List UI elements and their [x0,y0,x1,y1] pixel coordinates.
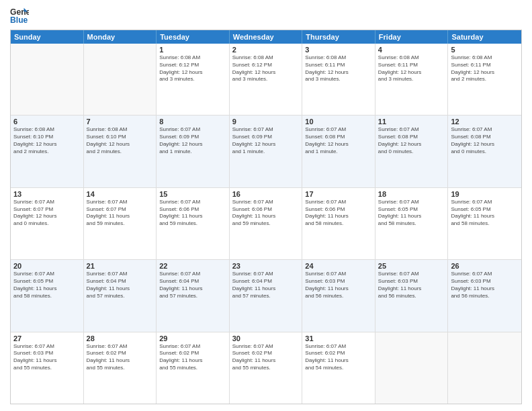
calendar-week-3: 13Sunrise: 6:07 AM Sunset: 6:07 PM Dayli… [11,187,521,259]
cell-day-number: 14 [87,190,154,198]
cell-info: Sunrise: 6:08 AM Sunset: 6:11 PM Dayligh… [378,54,445,83]
cell-info: Sunrise: 6:07 AM Sunset: 6:09 PM Dayligh… [232,126,300,155]
cell-info: Sunrise: 6:07 AM Sunset: 6:05 PM Dayligh… [451,199,519,228]
cell-day-number: 19 [451,190,519,198]
cell-day-number: 8 [159,118,226,126]
table-row: 17Sunrise: 6:07 AM Sunset: 6:06 PM Dayli… [302,188,375,259]
table-row: 18Sunrise: 6:07 AM Sunset: 6:05 PM Dayli… [375,188,449,259]
cell-info: Sunrise: 6:07 AM Sunset: 6:06 PM Dayligh… [305,199,372,228]
logo-icon: General Blue [10,7,29,26]
cell-day-number: 11 [378,118,445,126]
header-day-sunday: Sunday [11,30,84,44]
cell-day-number: 26 [451,262,519,270]
calendar-week-4: 20Sunrise: 6:07 AM Sunset: 6:05 PM Dayli… [11,259,521,331]
table-row: 8Sunrise: 6:07 AM Sunset: 6:09 PM Daylig… [157,116,230,187]
header-day-wednesday: Wednesday [230,30,303,44]
table-row: 1Sunrise: 6:08 AM Sunset: 6:12 PM Daylig… [157,44,230,115]
cell-day-number: 28 [87,334,154,342]
cell-info: Sunrise: 6:07 AM Sunset: 6:02 PM Dayligh… [159,343,226,372]
cell-day-number: 24 [305,262,372,270]
table-row: 23Sunrise: 6:07 AM Sunset: 6:04 PM Dayli… [230,260,303,331]
cell-day-number: 12 [451,118,519,126]
cell-info: Sunrise: 6:07 AM Sunset: 6:02 PM Dayligh… [87,343,154,372]
table-row: 29Sunrise: 6:07 AM Sunset: 6:02 PM Dayli… [157,332,230,404]
cell-day-number: 3 [305,46,372,54]
cell-info: Sunrise: 6:07 AM Sunset: 6:02 PM Dayligh… [232,343,300,372]
table-row: 19Sunrise: 6:07 AM Sunset: 6:05 PM Dayli… [448,188,521,259]
table-row: 15Sunrise: 6:07 AM Sunset: 6:06 PM Dayli… [157,188,230,259]
cell-info: Sunrise: 6:07 AM Sunset: 6:06 PM Dayligh… [159,199,226,228]
cell-day-number: 21 [87,262,154,270]
header-day-friday: Friday [375,30,449,44]
table-row: 10Sunrise: 6:07 AM Sunset: 6:08 PM Dayli… [302,116,375,187]
cell-day-number: 31 [305,334,372,342]
table-row: 5Sunrise: 6:08 AM Sunset: 6:11 PM Daylig… [448,44,521,115]
header-day-tuesday: Tuesday [157,30,230,44]
cell-day-number: 25 [378,262,445,270]
cell-day-number: 18 [378,190,445,198]
table-row: 20Sunrise: 6:07 AM Sunset: 6:05 PM Dayli… [11,260,84,331]
cell-info: Sunrise: 6:07 AM Sunset: 6:05 PM Dayligh… [13,271,81,300]
cell-day-number: 17 [305,190,372,198]
cell-day-number: 30 [232,334,300,342]
table-row: 7Sunrise: 6:08 AM Sunset: 6:10 PM Daylig… [84,116,157,187]
calendar-header: SundayMondayTuesdayWednesdayThursdayFrid… [11,30,521,44]
page: General Blue SundayMondayTuesdayWednesda… [0,0,532,411]
header-day-thursday: Thursday [302,30,375,44]
cell-info: Sunrise: 6:07 AM Sunset: 6:04 PM Dayligh… [159,271,226,300]
cell-day-number: 22 [159,262,226,270]
cell-day-number: 27 [13,334,81,342]
calendar: SundayMondayTuesdayWednesdayThursdayFrid… [10,30,522,404]
cell-day-number: 1 [159,46,226,54]
table-row: 12Sunrise: 6:07 AM Sunset: 6:08 PM Dayli… [448,116,521,187]
cell-info: Sunrise: 6:07 AM Sunset: 6:07 PM Dayligh… [87,199,154,228]
cell-day-number: 23 [232,262,300,270]
table-row: 26Sunrise: 6:07 AM Sunset: 6:03 PM Dayli… [448,260,521,331]
cell-day-number: 6 [13,118,81,126]
cell-info: Sunrise: 6:07 AM Sunset: 6:08 PM Dayligh… [305,126,372,155]
table-row: 16Sunrise: 6:07 AM Sunset: 6:06 PM Dayli… [230,188,303,259]
header: General Blue [10,7,522,26]
table-row: 14Sunrise: 6:07 AM Sunset: 6:07 PM Dayli… [84,188,157,259]
header-day-monday: Monday [84,30,157,44]
table-row: 11Sunrise: 6:07 AM Sunset: 6:08 PM Dayli… [375,116,449,187]
calendar-week-2: 6Sunrise: 6:08 AM Sunset: 6:10 PM Daylig… [11,115,521,187]
calendar-body: 1Sunrise: 6:08 AM Sunset: 6:12 PM Daylig… [11,44,521,404]
cell-info: Sunrise: 6:08 AM Sunset: 6:12 PM Dayligh… [159,54,226,83]
table-row: 3Sunrise: 6:08 AM Sunset: 6:11 PM Daylig… [302,44,375,115]
table-row: 6Sunrise: 6:08 AM Sunset: 6:10 PM Daylig… [11,116,84,187]
table-row [11,44,84,115]
cell-info: Sunrise: 6:07 AM Sunset: 6:05 PM Dayligh… [378,199,445,228]
cell-info: Sunrise: 6:07 AM Sunset: 6:09 PM Dayligh… [159,126,226,155]
table-row [375,332,449,404]
cell-info: Sunrise: 6:07 AM Sunset: 6:07 PM Dayligh… [13,199,81,228]
cell-day-number: 13 [13,190,81,198]
table-row: 31Sunrise: 6:07 AM Sunset: 6:02 PM Dayli… [302,332,375,404]
cell-info: Sunrise: 6:07 AM Sunset: 6:03 PM Dayligh… [13,343,81,372]
cell-info: Sunrise: 6:07 AM Sunset: 6:06 PM Dayligh… [232,199,300,228]
cell-day-number: 16 [232,190,300,198]
cell-info: Sunrise: 6:08 AM Sunset: 6:10 PM Dayligh… [87,126,154,155]
cell-day-number: 5 [451,46,519,54]
cell-info: Sunrise: 6:07 AM Sunset: 6:03 PM Dayligh… [378,271,445,300]
cell-day-number: 20 [13,262,81,270]
cell-day-number: 7 [87,118,154,126]
cell-info: Sunrise: 6:08 AM Sunset: 6:11 PM Dayligh… [451,54,519,83]
table-row: 22Sunrise: 6:07 AM Sunset: 6:04 PM Dayli… [157,260,230,331]
cell-info: Sunrise: 6:07 AM Sunset: 6:03 PM Dayligh… [305,271,372,300]
logo: General Blue [10,7,29,26]
cell-day-number: 29 [159,334,226,342]
cell-info: Sunrise: 6:07 AM Sunset: 6:02 PM Dayligh… [305,343,372,372]
table-row: 13Sunrise: 6:07 AM Sunset: 6:07 PM Dayli… [11,188,84,259]
cell-info: Sunrise: 6:07 AM Sunset: 6:08 PM Dayligh… [378,126,445,155]
cell-day-number: 9 [232,118,300,126]
table-row: 25Sunrise: 6:07 AM Sunset: 6:03 PM Dayli… [375,260,449,331]
table-row: 21Sunrise: 6:07 AM Sunset: 6:04 PM Dayli… [84,260,157,331]
table-row: 4Sunrise: 6:08 AM Sunset: 6:11 PM Daylig… [375,44,449,115]
cell-info: Sunrise: 6:08 AM Sunset: 6:11 PM Dayligh… [305,54,372,83]
calendar-week-5: 27Sunrise: 6:07 AM Sunset: 6:03 PM Dayli… [11,332,521,404]
calendar-week-1: 1Sunrise: 6:08 AM Sunset: 6:12 PM Daylig… [11,44,521,115]
cell-info: Sunrise: 6:07 AM Sunset: 6:04 PM Dayligh… [87,271,154,300]
cell-day-number: 4 [378,46,445,54]
svg-text:Blue: Blue [10,15,28,25]
